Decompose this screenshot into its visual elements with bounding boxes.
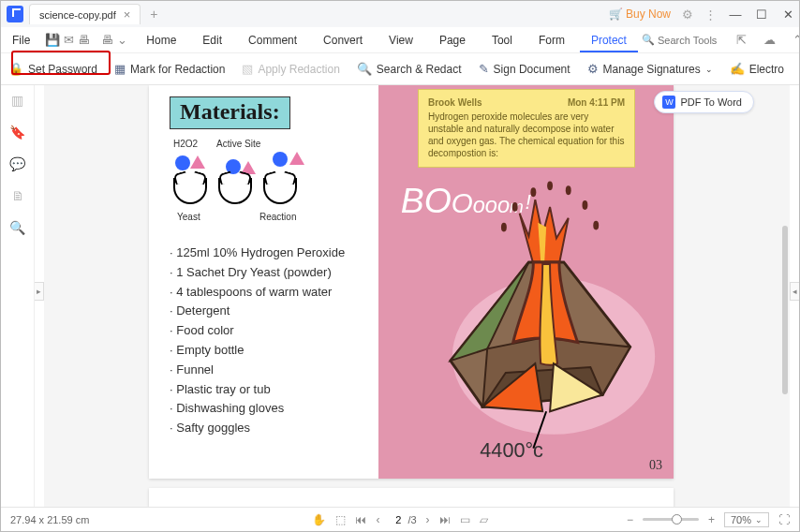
maximize-icon[interactable]: ☐: [754, 7, 769, 22]
note-timestamp: Mon 4:11 PM: [568, 97, 625, 108]
materials-list: 125ml 10% Hydrogen Peroxide1 Sachet Dry …: [170, 244, 365, 438]
menu-page[interactable]: Page: [428, 34, 477, 47]
menu-edit[interactable]: Edit: [191, 34, 233, 47]
molecule-icon: [175, 155, 190, 170]
tab-title: science-copy.pdf: [39, 9, 116, 21]
attachments-icon[interactable]: 🗎: [10, 188, 25, 203]
svg-point-3: [547, 181, 553, 190]
signatures-icon: ⚙: [587, 62, 599, 76]
first-page-icon[interactable]: ⏮: [355, 513, 366, 526]
scrollbar[interactable]: [782, 226, 788, 394]
menu-comment[interactable]: Comment: [237, 34, 308, 47]
label-yeast: Yeast: [177, 212, 200, 222]
cloud-icon[interactable]: ☁: [761, 33, 779, 47]
mark-redaction-button[interactable]: ▦ Mark for Redaction: [114, 62, 225, 76]
print2-icon[interactable]: 🖶: [101, 33, 113, 47]
document-viewport: Materials: H2O2 Active Site Yeast Reacti…: [44, 85, 790, 507]
fit-page-icon[interactable]: ▱: [480, 513, 488, 526]
chevron-down-icon: ⌄: [705, 65, 713, 74]
note-body: Hydrogen peroxide molecules are very uns…: [428, 111, 625, 159]
sign-icon: ✎: [479, 62, 489, 76]
manage-signatures-button[interactable]: ⚙ Manage Signatures ⌄: [587, 62, 713, 76]
expand-left-panel[interactable]: ▸: [35, 282, 44, 301]
menu-protect[interactable]: Protect: [580, 34, 638, 52]
bookmarks-icon[interactable]: 🔖: [10, 125, 25, 140]
zoom-slider[interactable]: [643, 518, 699, 521]
titlebar: science-copy.pdf × + 🛒 Buy Now ⚙ ⋮ — ☐ ✕: [1, 1, 799, 27]
more-icon[interactable]: ⋮: [704, 7, 717, 22]
hand-tool-icon[interactable]: ✋: [312, 513, 326, 526]
sticky-note[interactable]: Brook Wells Mon 4:11 PM Hydrogen peroxid…: [418, 89, 635, 168]
cup-icon: [173, 178, 207, 204]
menu-convert[interactable]: Convert: [312, 34, 374, 47]
triangle-icon: [289, 152, 304, 165]
next-page-preview[interactable]: [149, 488, 674, 507]
page-right-column: Brook Wells Mon 4:11 PM Hydrogen peroxid…: [378, 85, 674, 479]
menu-file[interactable]: File: [8, 34, 34, 47]
share-icon[interactable]: ⇱: [733, 33, 751, 47]
zoom-in-icon[interactable]: +: [708, 513, 715, 526]
list-item: 1 Sachet Dry Yeast (powder): [170, 263, 365, 283]
settings-icon[interactable]: ⚙: [682, 7, 693, 22]
menu-home[interactable]: Home: [135, 34, 187, 47]
page-indicator[interactable]: /3: [389, 514, 416, 525]
page-left-column: Materials: H2O2 Active Site Yeast Reacti…: [149, 85, 378, 479]
pdf-page[interactable]: Materials: H2O2 Active Site Yeast Reacti…: [149, 85, 674, 479]
chevron-down-icon[interactable]: ⌄: [117, 33, 127, 47]
close-window-icon[interactable]: ✕: [780, 7, 795, 22]
set-password-button[interactable]: 🔒 Set Password: [8, 62, 97, 76]
search-tools-input[interactable]: [658, 35, 723, 46]
mail-icon[interactable]: ✉: [64, 33, 74, 47]
list-item: Food color: [170, 321, 365, 341]
list-item: Safty goggles: [170, 419, 365, 438]
menu-form[interactable]: Form: [527, 34, 576, 47]
zoom-out-icon[interactable]: −: [627, 513, 633, 526]
search-panel-icon[interactable]: 🔍: [10, 220, 25, 235]
menu-tool[interactable]: Tool: [481, 34, 524, 47]
zoom-dropdown[interactable]: 70% ⌄: [724, 512, 769, 527]
svg-point-7: [501, 223, 507, 232]
new-tab-icon[interactable]: +: [150, 7, 157, 22]
svg-point-6: [582, 200, 587, 210]
zoom-knob[interactable]: [672, 514, 682, 525]
expand-icon[interactable]: ⌃: [789, 33, 800, 47]
select-tool-icon[interactable]: ⬚: [335, 513, 346, 526]
pdf-to-word-button[interactable]: W PDF To Word: [654, 91, 754, 113]
list-item: 125ml 10% Hydrogen Peroxide: [170, 244, 365, 263]
page-number: 03: [649, 458, 662, 473]
sign-document-button[interactable]: ✎ Sign Document: [479, 62, 570, 76]
buy-now-link[interactable]: 🛒 Buy Now: [609, 7, 671, 21]
electronic-button[interactable]: ✍ Electro: [730, 62, 784, 76]
print-icon[interactable]: 🖶: [78, 33, 90, 47]
molecule-icon: [273, 152, 288, 167]
search-redact-button[interactable]: 🔍 Search & Redact: [357, 62, 462, 76]
thumbnails-icon[interactable]: ▥: [10, 93, 25, 108]
menu-view[interactable]: View: [378, 34, 424, 47]
comments-icon[interactable]: 💬: [10, 156, 25, 171]
label-active: Active Site: [216, 139, 260, 149]
last-page-icon[interactable]: ⏭: [439, 513, 451, 526]
cup-icon: [218, 178, 252, 204]
page-input[interactable]: [389, 514, 407, 525]
next-page-icon[interactable]: ›: [426, 513, 430, 526]
list-item: Empty bottle: [170, 341, 365, 361]
document-tab[interactable]: science-copy.pdf ×: [29, 4, 141, 24]
save-icon[interactable]: 💾: [45, 33, 60, 47]
protect-toolbar: 🔒 Set Password ▦ Mark for Redaction ▧ Ap…: [1, 53, 799, 85]
triangle-icon: [190, 155, 205, 169]
left-side-panel: ▥ 🔖 💬 🗎 🔍: [1, 85, 35, 507]
expand-right-panel[interactable]: ◂: [790, 282, 799, 301]
fullscreen-icon[interactable]: ⛶: [778, 513, 790, 526]
fit-width-icon[interactable]: ▭: [460, 513, 470, 526]
cup-icon: [263, 178, 297, 204]
word-icon: W: [662, 96, 675, 109]
mark-redaction-icon: ▦: [114, 62, 126, 76]
close-tab-icon[interactable]: ×: [124, 7, 131, 22]
list-item: Dishwashing gloves: [170, 399, 365, 419]
reaction-diagram: H2O2 Active Site Yeast Reaction: [170, 139, 365, 232]
prev-page-icon[interactable]: ‹: [376, 513, 379, 526]
search-tools[interactable]: 🔍: [642, 34, 723, 46]
menubar: File 💾 ✉ 🖶 🖶 ⌄ Home Edit Comment Convert…: [1, 27, 799, 53]
apply-redaction-button[interactable]: ▧ Apply Redaction: [242, 62, 339, 76]
minimize-icon[interactable]: —: [728, 7, 743, 22]
